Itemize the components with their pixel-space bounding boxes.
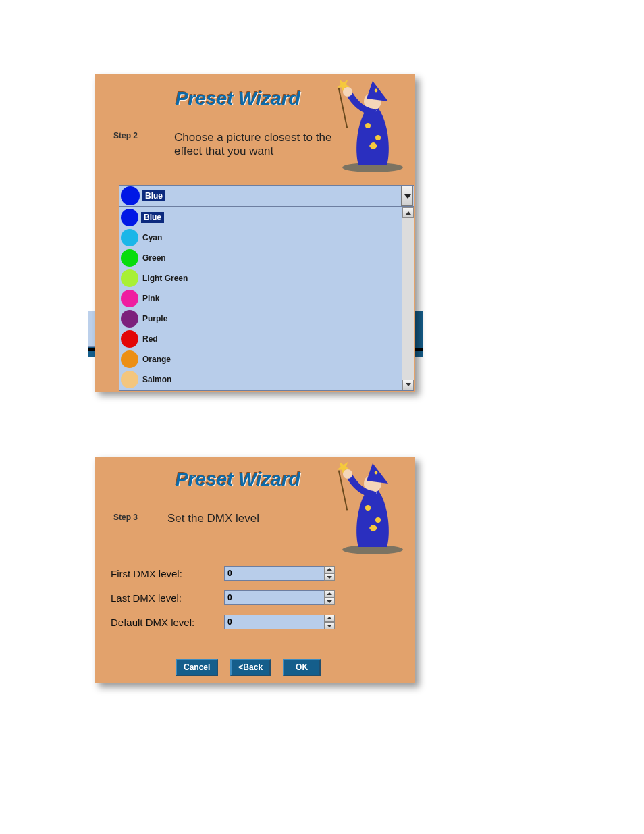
svg-point-9 bbox=[365, 505, 371, 511]
dropdown-option-pink[interactable]: Pink bbox=[119, 288, 402, 309]
svg-point-15 bbox=[343, 469, 352, 479]
selected-label: Blue bbox=[142, 190, 165, 201]
default-dmx-level-input[interactable]: 0 bbox=[224, 615, 335, 629]
color-swatch-icon bbox=[121, 290, 138, 307]
option-label: Red bbox=[142, 335, 158, 343]
step-instruction: Choose a picture closest to the effect t… bbox=[174, 131, 336, 157]
svg-point-10 bbox=[375, 517, 381, 523]
cancel-button[interactable]: Cancel bbox=[176, 659, 218, 676]
dropdown-toggle-button[interactable] bbox=[401, 186, 413, 206]
default-dmx-level-value: 0 bbox=[227, 617, 232, 627]
spin-down-button[interactable] bbox=[324, 598, 335, 605]
option-label: Light Green bbox=[142, 274, 188, 282]
scroll-up-button[interactable] bbox=[402, 207, 414, 218]
preset-wizard-step3-dialog: Preset Wizard Step 3 Set the DMX level F… bbox=[95, 457, 415, 683]
first-dmx-level-row: First DMX level: 0 bbox=[111, 566, 335, 581]
svg-point-1 bbox=[365, 123, 371, 128]
color-swatch-icon bbox=[121, 371, 138, 388]
last-dmx-level-value: 0 bbox=[227, 593, 232, 602]
first-dmx-level-value: 0 bbox=[227, 569, 232, 578]
color-swatch-icon bbox=[121, 310, 138, 328]
option-label: Green bbox=[142, 254, 166, 262]
option-label: Blue bbox=[141, 212, 164, 223]
dropdown-option-light-green[interactable]: Light Green bbox=[119, 268, 402, 288]
option-label: Orange bbox=[142, 355, 171, 363]
last-dmx-level-label: Last DMX level: bbox=[111, 593, 224, 603]
preset-wizard-step2-dialog: Preset Wizard Step 2 Choose a picture cl… bbox=[95, 74, 415, 392]
effect-picture-combo[interactable]: Blue bbox=[119, 185, 414, 207]
spin-down-button[interactable] bbox=[324, 622, 335, 629]
option-label: Salmon bbox=[142, 375, 171, 384]
svg-point-12 bbox=[375, 471, 378, 475]
dropdown-option-green[interactable]: Green bbox=[119, 248, 402, 268]
color-swatch-icon bbox=[121, 269, 138, 287]
option-label: Cyan bbox=[142, 234, 162, 242]
color-swatch-icon bbox=[121, 209, 138, 226]
selected-swatch-icon bbox=[121, 186, 140, 205]
dropdown-option-cyan[interactable]: Cyan bbox=[119, 228, 402, 248]
color-swatch-icon bbox=[121, 249, 138, 267]
spin-up-button[interactable] bbox=[324, 566, 335, 573]
option-label: Pink bbox=[142, 294, 159, 303]
first-dmx-level-input[interactable]: 0 bbox=[224, 566, 335, 581]
effect-picture-dropdown: BlueCyanGreenLight GreenPinkPurpleRedOra… bbox=[119, 207, 414, 391]
svg-point-2 bbox=[375, 135, 381, 140]
step-instruction: Set the DMX level bbox=[167, 512, 259, 525]
wizard-icon bbox=[336, 461, 410, 555]
dialog-title: Preset Wizard bbox=[176, 470, 300, 489]
first-dmx-level-label: First DMX level: bbox=[111, 569, 224, 579]
step-label: Step 3 bbox=[113, 513, 138, 521]
dropdown-option-salmon[interactable]: Salmon bbox=[119, 369, 402, 390]
color-swatch-icon bbox=[121, 330, 138, 348]
option-label: Purple bbox=[142, 315, 167, 323]
last-dmx-level-row: Last DMX level: 0 bbox=[111, 590, 335, 605]
last-dmx-level-input[interactable]: 0 bbox=[224, 590, 335, 605]
wizard-icon bbox=[336, 78, 410, 173]
back-button[interactable]: <Back bbox=[230, 659, 271, 676]
svg-point-4 bbox=[375, 89, 378, 93]
spin-up-button[interactable] bbox=[324, 615, 335, 622]
dropdown-option-orange[interactable]: Orange bbox=[119, 349, 402, 369]
dropdown-scrollbar[interactable] bbox=[402, 207, 414, 390]
dropdown-option-red[interactable]: Red bbox=[119, 329, 402, 349]
spin-up-button[interactable] bbox=[324, 590, 335, 598]
spin-down-button[interactable] bbox=[324, 573, 335, 581]
color-swatch-icon bbox=[121, 350, 138, 368]
scroll-down-button[interactable] bbox=[402, 380, 414, 390]
dialog-button-row: Cancel <Back OK bbox=[176, 659, 321, 676]
color-swatch-icon bbox=[121, 229, 138, 246]
dropdown-option-blue[interactable]: Blue bbox=[119, 207, 402, 228]
dialog-title: Preset Wizard bbox=[176, 89, 300, 108]
dropdown-option-purple[interactable]: Purple bbox=[119, 309, 402, 329]
default-dmx-level-label: Default DMX level: bbox=[111, 617, 224, 627]
step-label: Step 2 bbox=[113, 132, 138, 140]
default-dmx-level-row: Default DMX level: 0 bbox=[111, 615, 335, 629]
svg-point-7 bbox=[343, 87, 352, 97]
ok-button[interactable]: OK bbox=[283, 659, 321, 676]
